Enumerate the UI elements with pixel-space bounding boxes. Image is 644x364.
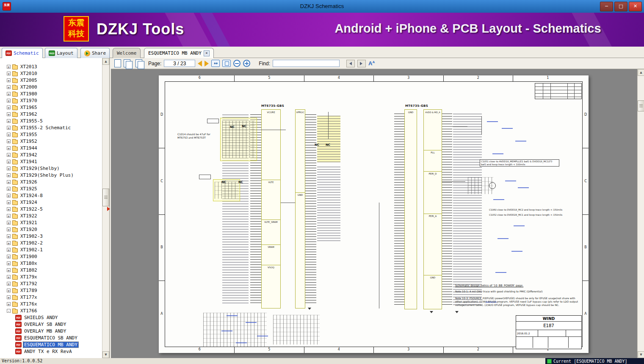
tree-folder-label[interactable]: XT1955-5 [19,118,44,124]
tree-folder-row[interactable]: + XT1941 [0,158,102,165]
tree-folder-row[interactable]: + XT1902-1 [0,246,102,253]
tree-document-label[interactable]: ESQUEMATICO SB ANDY [23,335,78,341]
collapse-icon[interactable]: - [7,309,11,313]
doc-tab-welcome[interactable]: Welcome [113,48,141,58]
scroll-down-icon[interactable]: ▼ [638,351,644,358]
expand-icon[interactable]: + [7,200,11,204]
tree-folder-label[interactable]: XT1944 [19,145,38,151]
tree-folder-row[interactable]: + XT1921 [0,219,102,226]
tree-folder-label[interactable]: XT2010 [19,71,38,76]
tree-folder-label[interactable]: XT1924 [19,200,38,205]
tree-folder-label[interactable]: XT177x [19,295,38,300]
expand-icon[interactable]: + [7,78,11,82]
tree-document-row[interactable]: PDF OVERLAY MB ANDY [0,328,102,334]
tree-folder-row[interactable]: + XT1802 [0,267,102,273]
tree-folder-row[interactable]: + XT176x [0,300,102,307]
tree-folder-row[interactable]: + XT1924-8 [0,192,102,199]
tree-folder-row[interactable]: + XT180x [0,260,102,267]
tree-folder-row[interactable]: + XT1942 [0,151,102,158]
tab-layout[interactable]: PADS Layout [45,48,77,58]
tree-folder-row[interactable]: + XT1789 [0,287,102,294]
tree-folder-label[interactable]: XT1980 [19,91,38,97]
minimize-button[interactable]: ─ [600,2,613,11]
tree-folder-label[interactable]: XT2005 [19,78,38,83]
zoom-in-icon[interactable] [243,60,250,67]
tree-folder-label[interactable]: XT180x [19,261,38,266]
tree-folder-row[interactable]: + XT1926 [0,178,102,185]
expand-icon[interactable]: + [7,261,11,265]
sidebar-scroll-thumb[interactable] [102,189,109,206]
tree-folder-row[interactable]: + XT177x [0,294,102,300]
tree-folder-row[interactable]: + XT1922-5 [0,206,102,212]
tree-folder-label[interactable]: XT1965 [19,105,38,110]
tree-folder-label[interactable]: XT1955-2 Schematic [19,125,72,131]
expand-icon[interactable]: + [7,214,11,218]
tab-share[interactable]: Share [80,48,110,58]
tree-folder-row[interactable]: + XT1965 [0,104,102,111]
tree-folder-label[interactable]: XT1941 [19,159,38,164]
expand-icon[interactable]: + [7,85,11,89]
expand-icon[interactable]: + [7,180,11,184]
tree-folder-label[interactable]: XT1926 [19,179,38,185]
tree-folder-label[interactable]: XT2013 [19,64,38,69]
scroll-up-icon[interactable]: ▲ [102,58,109,65]
expand-icon[interactable]: + [7,173,11,177]
scroll-up-icon[interactable]: ▲ [638,69,644,76]
expand-icon[interactable]: + [7,221,11,225]
expand-icon[interactable]: + [7,106,11,109]
fit-page-icon[interactable] [222,60,231,67]
expand-icon[interactable]: + [7,187,11,191]
tree-folder-row[interactable]: + XT2010 [0,70,102,77]
tree-folder-label[interactable]: XT1962 [19,111,38,117]
expand-icon[interactable]: + [7,160,11,164]
tree-folder-row[interactable]: + XT1955 [0,131,102,138]
multi-page-icon[interactable] [135,59,142,67]
tree-folder-row[interactable]: + XT2013 [0,63,102,70]
tree-folder-row[interactable]: + XT179x [0,273,102,280]
scroll-down-icon[interactable]: ▼ [102,351,109,358]
tree-folder-label[interactable]: XT1922 [19,213,38,219]
expand-icon[interactable]: + [7,126,11,130]
expand-icon[interactable]: + [7,282,11,286]
tree-folder-label[interactable]: XT1924-8 [19,193,44,198]
canvas-scroll-thumb[interactable] [638,100,644,111]
tree-folder-row[interactable]: + XT2005 [0,77,102,83]
expand-icon[interactable]: + [7,295,11,299]
tree-document-row[interactable]: PDF ESQUEMATICO MB ANDY [0,341,102,348]
close-icon[interactable]: ✕ [204,50,210,56]
tree-folder-row[interactable]: + XT1962 [0,111,102,117]
tree-folder-row-expanded[interactable]: - XT1766 [0,307,102,314]
tree-document-row[interactable]: PDF ANDY TX e RX RevA [0,348,102,355]
tree-folder-row[interactable]: + XT1922 [0,212,102,219]
expand-icon[interactable]: + [7,302,11,306]
tree-document-label[interactable]: OVERLAY SB ANDY [23,322,67,327]
tree-folder-row[interactable]: + XT1952 [0,138,102,144]
facing-pages-icon[interactable] [124,59,130,67]
tab-schematic[interactable]: PDF Schematic [2,48,43,58]
tree-folder-row[interactable]: + XT1955-5 [0,117,102,124]
tree-folder-row[interactable]: + XT1929(Shelby Plus) [0,172,102,178]
tree-document-row[interactable]: PDF SHIELDS ANDY [0,314,102,321]
tree-folder-row[interactable]: + XT1900 [0,253,102,260]
tree-folder-row[interactable]: + XT1902-2 [0,239,102,246]
expand-icon[interactable]: + [7,153,11,157]
tree-folder-label[interactable]: XT179x [19,274,38,280]
tree-folder-label[interactable]: XT1766 [19,308,38,314]
tree-folder-label[interactable]: XT1955 [19,132,38,137]
doc-tab-esquematico[interactable]: ESQUEMATICO MB ANDY ✕ [144,48,214,58]
tree-folder-label[interactable]: XT1942 [19,152,38,158]
expand-icon[interactable]: + [7,92,11,96]
single-page-icon[interactable] [114,59,121,67]
expand-icon[interactable]: + [7,275,11,279]
tree-document-label[interactable]: SHIELDS ANDY [23,315,58,320]
tree-folder-label[interactable]: XT1970 [19,98,38,103]
tree-folder-label[interactable]: XT1922-5 [19,206,44,212]
tree-document-row[interactable]: PDF ESQUEMATICO SB ANDY [0,334,102,341]
expand-icon[interactable]: + [7,248,11,252]
tree-folder-label[interactable]: XT1925 [19,186,38,192]
expand-icon[interactable]: + [7,228,11,231]
tree-folder-row[interactable]: + XT1920 [0,226,102,233]
splitter-collapse-icon[interactable] [107,207,110,211]
tree-folder-label[interactable]: XT1921 [19,220,38,225]
document-canvas[interactable]: 654321 654321 DCBA DCBA M [111,69,637,358]
